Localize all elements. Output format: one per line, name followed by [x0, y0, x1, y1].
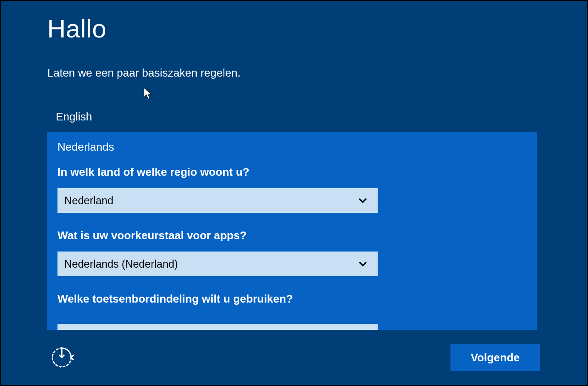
keyboard-layout-dropdown[interactable]: [57, 324, 378, 330]
page-subtitle: Laten we een paar basiszaken regelen.: [47, 66, 541, 80]
app-language-label: Wat is uw voorkeurstaal voor apps?: [57, 229, 527, 242]
selected-language-panel: Nederlands In welk land of welke regio w…: [47, 132, 537, 330]
svg-marker-0: [144, 88, 151, 99]
chevron-down-icon: [358, 197, 367, 203]
next-button[interactable]: Volgende: [450, 344, 540, 371]
country-region-dropdown[interactable]: Nederland: [57, 188, 378, 213]
language-option-english[interactable]: English: [47, 105, 541, 129]
page-title: Hallo: [47, 14, 541, 43]
language-option-nederlands[interactable]: Nederlands: [57, 140, 527, 154]
mouse-cursor-icon: [143, 87, 153, 100]
chevron-down-icon: [358, 261, 367, 267]
oobe-setup-screen: Hallo Laten we een paar basiszaken regel…: [0, 0, 588, 386]
bottom-bar: Volgende: [47, 343, 540, 372]
ease-of-access-icon: [49, 345, 75, 370]
next-button-label: Volgende: [470, 351, 519, 364]
keyboard-layout-label: Welke toetsenbordindeling wilt u gebruik…: [57, 292, 527, 306]
country-region-label: In welk land of welke regio woont u?: [57, 166, 527, 179]
app-language-dropdown[interactable]: Nederlands (Nederland): [57, 252, 378, 276]
country-region-value: Nederland: [64, 194, 113, 207]
app-language-value: Nederlands (Nederland): [64, 258, 178, 270]
ease-of-access-button[interactable]: [47, 343, 76, 372]
